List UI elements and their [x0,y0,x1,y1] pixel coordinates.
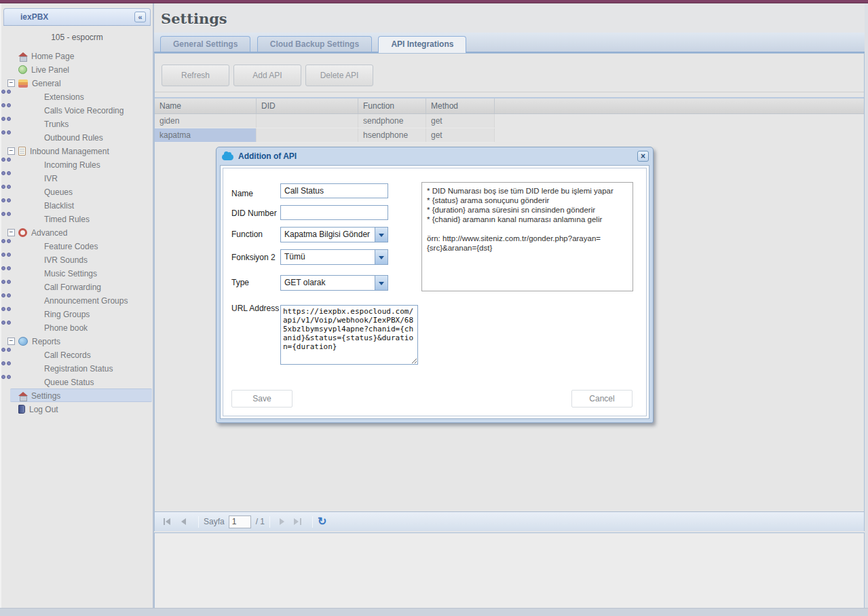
fonksiyon2-label: Fonksiyon 2 [231,253,276,262]
sidebar-item-feature-codes[interactable]: Feature Codes [1,239,153,253]
settings-icon [18,392,27,400]
table-cell-did[interactable] [257,114,358,128]
sidebar-item-advanced[interactable]: −Advanced [1,225,153,239]
tree-leaf-icon [29,244,39,249]
tree-leaf-icon [29,353,39,357]
sidebar-item-label: Inbound Management [30,147,109,156]
chevron-down-icon[interactable] [375,228,388,242]
table-cell-name[interactable]: giden [155,114,257,128]
url-address-textarea[interactable]: https://iexpbx.espocloud.com/api/v1/Voip… [280,305,418,365]
tree-leaf-icon [29,122,39,126]
column-header-name[interactable]: Name [155,98,257,113]
type-select-value: GET olarak [284,278,325,287]
sidebar-item-label: Reports [32,337,60,346]
dialog-titlebar[interactable]: Addition of API × [216,147,653,165]
sidebar-item-ring-groups[interactable]: Ring Groups [1,307,153,321]
page-number-input[interactable] [229,515,251,528]
chevron-down-icon[interactable] [375,250,388,264]
sidebar-item-reports[interactable]: −Reports [1,334,153,348]
sidebar-item-calls-voice-recording[interactable]: Calls Voice Recording [1,103,153,117]
table-cell-function[interactable]: sendphone [358,114,426,128]
cancel-button[interactable]: Cancel [571,390,633,407]
sidebar-item-announcement-groups[interactable]: Announcement Groups [1,293,153,307]
app-title: iexPBX [20,12,134,22]
tree-leaf-icon [29,95,39,99]
table-cell-method[interactable]: get [426,128,495,142]
table-row[interactable]: kapatmahsendphoneget [155,128,495,143]
page-label: Sayfa [204,517,225,526]
function-select-value: Kapatma Bilgisi Gönder [284,230,370,239]
api-help-text: * DID Numarası boş ise tüm DID lerde bu … [421,182,633,291]
table-cell-name[interactable]: kapatma [155,128,257,142]
api-table-body: gidensendphonegetkapatmahsendphoneget [155,114,495,143]
first-page-icon[interactable] [161,515,174,528]
function-select[interactable]: Kapatma Bilgisi Gönder [280,227,388,242]
sidebar-item-queue-status[interactable]: Queue Status [1,375,153,388]
delete-api-button[interactable]: Delete API [305,65,373,86]
collapse-toggle-icon[interactable]: − [7,79,15,87]
sidebar-collapse-button[interactable]: « [134,12,146,22]
next-page-icon[interactable] [275,515,288,528]
sidebar-item-blacklist[interactable]: Blacklist [1,198,153,212]
sidebar-item-music-settings[interactable]: Music Settings [1,266,153,280]
previous-page-icon[interactable] [177,515,191,528]
table-cell-method[interactable]: get [426,114,495,128]
collapse-toggle-icon[interactable]: − [7,147,15,155]
sidebar-item-label: Call Records [44,350,91,360]
sidebar-item-home-page[interactable]: Home Page [1,49,153,62]
tab-api-integrations[interactable]: API Integrations [378,36,466,53]
table-cell-did[interactable] [257,128,358,142]
sidebar-item-phone-book[interactable]: Phone book [1,321,153,334]
function-label: Function [231,230,263,239]
sidebar-item-live-panel[interactable]: Live Panel [1,62,153,76]
sidebar-item-queues[interactable]: Queues [1,185,153,198]
refresh-list-icon[interactable]: ↻ [318,516,326,527]
type-select[interactable]: GET olarak [280,275,388,291]
save-button[interactable]: Save [231,390,293,407]
collapse-toggle-icon[interactable]: − [7,338,15,345]
tree-leaf-icon [29,163,39,167]
sidebar-item-outbound-rules[interactable]: Outbound Rules [1,130,153,144]
column-header-function[interactable]: Function [358,98,426,113]
table-row[interactable]: gidensendphoneget [155,114,495,128]
sidebar-item-call-records[interactable]: Call Records [1,348,153,361]
inbound-management-icon [18,147,26,156]
sidebar-item-general[interactable]: −General [1,76,153,90]
last-page-icon[interactable] [291,515,305,528]
did-number-input[interactable] [280,205,388,220]
refresh-button[interactable]: Refresh [162,65,229,86]
sidebar-item-label: Advanced [31,228,67,238]
column-header-method[interactable]: Method [426,98,495,113]
sidebar-header: iexPBX « [3,8,151,26]
sidebar-item-label: Queue Status [44,378,94,387]
tree-leaf-icon [29,285,39,289]
sidebar-item-trunks[interactable]: Trunks [1,117,153,130]
pager-divider [269,516,270,528]
fonksiyon2-select[interactable]: Tümü [280,249,388,265]
sidebar-item-log-out[interactable]: Log Out [1,402,153,416]
sidebar-item-label: Settings [31,391,60,401]
tab-cloud-backup-settings[interactable]: Cloud Backup Settings [257,36,372,52]
name-input[interactable] [280,183,388,198]
table-cell-function[interactable]: hsendphone [358,128,426,142]
close-icon[interactable]: × [637,151,649,162]
sidebar-item-timed-rules[interactable]: Timed Rules [1,212,153,225]
sidebar-item-registration-status[interactable]: Registration Status [1,361,153,375]
tree-leaf-icon [29,326,39,330]
sidebar-item-ivr-sounds[interactable]: IVR Sounds [1,253,153,266]
sidebar-item-call-forwarding[interactable]: Call Forwarding [1,280,153,293]
sidebar-item-extensions[interactable]: Extensions [1,90,153,103]
sidebar-item-incoming-rules[interactable]: Incoming Rules [1,158,153,171]
add-api-button[interactable]: Add API [233,65,301,86]
sidebar-item-label: Feature Codes [44,242,98,251]
sidebar-item-settings[interactable]: Settings [10,388,152,402]
sidebar-item-inbound-management[interactable]: −Inbound Management [1,144,153,158]
sidebar-item-ivr[interactable]: IVR [1,171,153,185]
tab-general-settings[interactable]: General Settings [160,36,250,52]
sidebar-item-label: Outbound Rules [44,133,103,143]
column-header-did[interactable]: DID [257,98,358,113]
collapse-toggle-icon[interactable]: − [7,229,15,236]
tree-leaf-icon [29,177,39,181]
chevron-down-icon[interactable] [375,276,388,290]
sidebar-tree: Home PageLive Panel−GeneralExtensionsCal… [1,49,153,416]
